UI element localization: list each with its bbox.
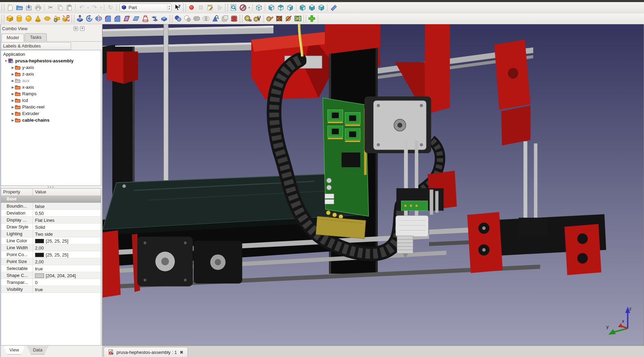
part-chamfer-button[interactable] xyxy=(113,14,122,23)
view-front-button[interactable] xyxy=(267,3,276,12)
part-mirror-button[interactable] xyxy=(94,14,103,23)
view-top-button[interactable] xyxy=(276,3,285,12)
property-row[interactable]: Point Co...[25, 25, 25] xyxy=(1,251,101,258)
refresh-button[interactable]: ↻ xyxy=(106,3,115,12)
tree-item[interactable]: ▶ Ramps xyxy=(1,90,101,97)
dock-close-button[interactable]: ✕ xyxy=(80,26,85,31)
tab-view[interactable]: View xyxy=(3,346,25,355)
whats-this-button[interactable]: ? xyxy=(173,3,182,12)
measure-toggle-3d-button[interactable] xyxy=(293,14,303,23)
cut-button[interactable]: ✂ xyxy=(46,3,55,12)
expander-icon[interactable]: ▶ xyxy=(11,119,15,122)
part-cross-sections-button[interactable] xyxy=(229,14,239,23)
property-row[interactable]: Point Size2,00 xyxy=(1,258,101,265)
tab-model[interactable]: Model xyxy=(1,34,24,42)
tree-item[interactable]: ▶ Plastic-reel xyxy=(1,104,101,110)
document-tab[interactable]: prusa-hephestos-assembly : 1 ✖ xyxy=(104,347,188,357)
print-button[interactable] xyxy=(33,3,43,12)
workbench-selector[interactable]: Part ▴▾ xyxy=(120,3,172,12)
undo-menu-button[interactable]: ▾ xyxy=(86,6,90,9)
property-editor[interactable]: Property Value Base Boundin...false Devi… xyxy=(1,188,101,346)
property-row[interactable]: Shape C...[204, 204, 204] xyxy=(1,272,101,279)
measure-distance-button[interactable] xyxy=(329,3,338,12)
fit-all-button[interactable] xyxy=(229,3,238,12)
redo-menu-button[interactable]: ▾ xyxy=(99,6,103,9)
tree-item[interactable]: ▶ lcd xyxy=(1,97,101,104)
tree-item[interactable]: ▶ x-axis xyxy=(1,84,101,90)
expander-icon[interactable]: ▶ xyxy=(11,72,15,76)
property-row[interactable]: Draw StyleSolid xyxy=(1,224,101,230)
value-column-header[interactable]: Value xyxy=(33,189,48,195)
part-ruled-surface-button[interactable] xyxy=(131,14,141,23)
expander-icon[interactable]: ▶ xyxy=(11,79,15,82)
expander-icon[interactable]: ▶ xyxy=(11,86,15,89)
document-tab-close-icon[interactable]: ✖ xyxy=(180,350,183,355)
tree-item[interactable]: ▶ z-axis xyxy=(1,71,101,77)
tab-data[interactable]: Data xyxy=(27,346,48,355)
measure-refresh-button[interactable] xyxy=(265,14,275,23)
tree-item[interactable]: ▶ Extruder xyxy=(1,110,101,117)
paste-button[interactable] xyxy=(64,3,74,12)
macro-execute-button[interactable] xyxy=(215,3,224,12)
macro-stop-button[interactable] xyxy=(196,3,206,12)
measure-clear-all-button[interactable] xyxy=(275,14,284,23)
save-file-button[interactable] xyxy=(24,3,33,12)
macro-edit-button[interactable] xyxy=(206,3,215,12)
part-extrude-button[interactable] xyxy=(75,14,85,23)
combo-view-titlebar[interactable]: Combo View ⧉ ✕ xyxy=(0,24,102,33)
tree-item[interactable]: ▶ aux xyxy=(1,77,101,84)
part-cut-button[interactable] xyxy=(183,14,192,23)
part-sphere-button[interactable] xyxy=(24,14,33,23)
tree-item[interactable]: ▶ y-axis xyxy=(1,64,101,71)
view-axonometric-button[interactable] xyxy=(254,3,263,12)
join-features-button[interactable] xyxy=(307,14,316,23)
part-create-primitives-button[interactable] xyxy=(52,14,61,23)
viewport-3d[interactable]: z x y xyxy=(102,24,644,346)
copy-button[interactable] xyxy=(55,3,64,12)
view-bottom-button[interactable] xyxy=(307,3,316,12)
property-row[interactable]: Line Width2,00 xyxy=(1,244,101,251)
property-row[interactable]: Selectabletrue xyxy=(1,265,101,272)
measure-toggle-all-button[interactable] xyxy=(284,14,293,23)
part-compound-button[interactable] xyxy=(220,14,229,23)
part-cylinder-button[interactable] xyxy=(15,14,24,23)
part-shape-builder-button[interactable] xyxy=(61,14,71,23)
toolbar-grip[interactable] xyxy=(1,4,5,11)
expander-icon[interactable]: ▶ xyxy=(11,105,15,109)
new-file-button[interactable] xyxy=(5,3,15,12)
part-union-button[interactable] xyxy=(192,14,201,23)
part-boolean-button[interactable] xyxy=(173,14,183,23)
part-check-geometry-button[interactable] xyxy=(211,14,220,23)
property-row[interactable]: Boundin...false xyxy=(1,203,101,210)
expander-open-icon[interactable]: ▼ xyxy=(4,59,8,63)
redo-button[interactable]: ↷ xyxy=(90,3,99,12)
view-left-button[interactable] xyxy=(316,3,326,12)
part-fillet-button[interactable] xyxy=(103,14,113,23)
property-row[interactable]: Line Color[25, 25, 25] xyxy=(1,237,101,244)
tab-tasks[interactable]: Tasks xyxy=(25,33,46,41)
property-row[interactable]: Display ...Flat Lines xyxy=(1,217,101,224)
part-loft-button[interactable] xyxy=(141,14,150,23)
measure-angular-button[interactable] xyxy=(253,14,262,23)
tree-root-application[interactable]: Application xyxy=(1,51,101,58)
property-row[interactable]: Transpar...0 xyxy=(1,279,101,286)
expander-icon[interactable]: ▶ xyxy=(11,66,15,69)
part-sweep-button[interactable] xyxy=(150,14,159,23)
part-make-face-button[interactable] xyxy=(122,14,131,23)
property-row[interactable]: LightingTwo side xyxy=(1,230,101,237)
part-torus-button[interactable] xyxy=(43,14,52,23)
part-offset-button[interactable] xyxy=(159,14,169,23)
property-group-base[interactable]: Base xyxy=(1,196,101,203)
macro-record-button[interactable] xyxy=(187,3,196,12)
model-tree[interactable]: Application ▼ prusa-hephestos-assembly ▶… xyxy=(1,50,101,186)
expander-icon[interactable]: ▶ xyxy=(11,92,15,96)
toolbar-grip[interactable] xyxy=(1,15,5,23)
part-cone-button[interactable] xyxy=(33,14,43,23)
undo-button[interactable]: ↶ xyxy=(77,3,86,12)
view-right-button[interactable] xyxy=(285,3,295,12)
draw-style-menu-button[interactable]: ▾ xyxy=(247,6,251,9)
part-intersection-button[interactable] xyxy=(201,14,211,23)
part-box-button[interactable] xyxy=(5,14,15,23)
panel-splitter[interactable]: ●●● xyxy=(0,186,102,188)
expander-icon[interactable]: ▶ xyxy=(11,112,15,115)
